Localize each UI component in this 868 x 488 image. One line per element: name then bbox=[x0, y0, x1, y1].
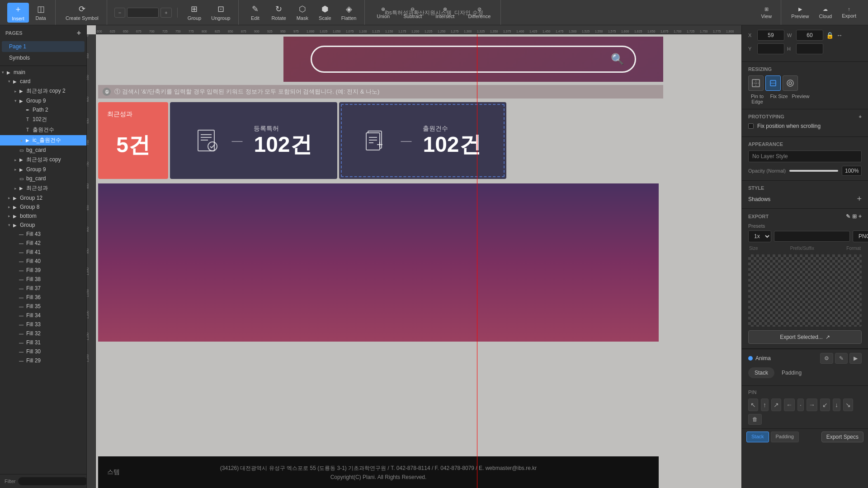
view-button[interactable]: ⊞ View bbox=[755, 3, 777, 23]
flip-icon[interactable]: ↔ bbox=[836, 32, 843, 39]
preview-resize-icon[interactable] bbox=[783, 75, 798, 91]
layer-toggle[interactable]: ▾ bbox=[6, 223, 12, 227]
anima-tab-padding[interactable]: Padding bbox=[775, 367, 808, 378]
layer-style-dropdown[interactable]: No Layer Style bbox=[748, 150, 862, 162]
create-symbol-button[interactable]: ⟳ Create Symbol bbox=[61, 3, 103, 23]
bottom-tab-padding[interactable]: Padding bbox=[771, 432, 799, 442]
export-settings-icon[interactable]: ⊞ bbox=[852, 213, 857, 220]
pin-bottom-left-btn[interactable]: ↙ bbox=[820, 399, 830, 411]
layer-toggle[interactable]: ▸ bbox=[13, 89, 18, 94]
layer-item[interactable]: ▸ ▶ 최근성과 bbox=[0, 183, 86, 193]
export-format-select[interactable]: PNGJPGSVGPDF bbox=[853, 230, 868, 242]
anima-settings-btn[interactable]: ⚙ bbox=[820, 353, 833, 364]
layer-toggle[interactable]: ▾ bbox=[13, 99, 18, 103]
layer-item[interactable]: — Fill 31 bbox=[0, 338, 86, 347]
pin-top-left-btn[interactable]: ↖ bbox=[748, 399, 758, 411]
export-button[interactable]: ↑ Export bbox=[837, 3, 861, 23]
search-bar[interactable]: 🔍 bbox=[311, 46, 636, 73]
pin-right-btn[interactable]: → bbox=[807, 399, 817, 411]
ungroup-button[interactable]: ⊡ Ungroup bbox=[207, 3, 235, 23]
pin-top-right-btn[interactable]: ↗ bbox=[771, 399, 781, 411]
anima-tab-stack[interactable]: Stack bbox=[748, 367, 774, 378]
anima-edit-btn[interactable]: ✎ bbox=[835, 353, 848, 364]
anima-play-btn[interactable]: ▶ bbox=[849, 353, 862, 364]
pin-to-edge-icon[interactable] bbox=[748, 75, 764, 91]
pin-left-btn[interactable]: ← bbox=[784, 399, 795, 411]
layer-item[interactable]: — Fill 43 bbox=[0, 230, 86, 239]
layer-item[interactable]: ▭ bg_card bbox=[0, 145, 86, 155]
layer-toggle[interactable]: ▸ bbox=[6, 196, 12, 200]
export-suffix-input[interactable] bbox=[774, 231, 850, 242]
add-shadow-button[interactable]: + bbox=[857, 194, 862, 204]
w-input[interactable] bbox=[796, 30, 823, 41]
zoom-out-button[interactable]: − bbox=[114, 8, 125, 18]
layer-item[interactable]: ▸ ▶ bottom bbox=[0, 211, 86, 221]
pin-bottom-btn[interactable]: ↓ bbox=[833, 399, 840, 411]
y-input[interactable] bbox=[757, 43, 784, 54]
layer-item[interactable]: — Fill 33 bbox=[0, 320, 86, 329]
add-page-button[interactable]: + bbox=[77, 29, 81, 37]
fix-size-icon[interactable] bbox=[765, 75, 781, 91]
layer-item[interactable]: — Fill 29 bbox=[0, 356, 86, 365]
export-scale-select[interactable]: 1x2x3x bbox=[748, 230, 771, 242]
zoom-input[interactable]: 114% bbox=[127, 8, 159, 18]
cloud-button[interactable]: ☁ Cloud bbox=[814, 3, 836, 23]
preview-button[interactable]: ▶ Preview bbox=[787, 3, 813, 23]
group-button[interactable]: ⊞ Group bbox=[183, 3, 206, 23]
bottom-tab-stack[interactable]: Stack bbox=[746, 432, 769, 442]
layer-item[interactable]: ▸ ▶ Group 9 bbox=[0, 165, 86, 174]
canvas-area[interactable]: 6006256506757007257507758008258508759009… bbox=[87, 25, 741, 488]
layer-item[interactable]: — Fill 37 bbox=[0, 284, 86, 293]
edit-button[interactable]: ✎ Edit bbox=[244, 3, 266, 23]
h-input[interactable] bbox=[796, 43, 823, 54]
pin-center-btn[interactable]: · bbox=[797, 399, 804, 411]
export-add-icon[interactable]: + bbox=[859, 213, 862, 220]
flatten-button[interactable]: ◈ Flatten bbox=[337, 3, 361, 23]
layer-item[interactable]: ▾ ▶ main bbox=[0, 68, 86, 77]
x-input[interactable] bbox=[757, 30, 784, 41]
pin-bottom-right-btn[interactable]: ↘ bbox=[843, 399, 853, 411]
data-button[interactable]: ◫ Data bbox=[30, 3, 52, 23]
layer-item[interactable]: ▸ ▶ ic_출원건수 bbox=[0, 135, 86, 145]
layer-item[interactable]: — Fill 34 bbox=[0, 311, 86, 320]
export-edit-icon[interactable]: ✎ bbox=[846, 213, 850, 220]
layer-item[interactable]: — Fill 41 bbox=[0, 248, 86, 257]
mask-button[interactable]: ⬡ Mask bbox=[292, 3, 313, 23]
layer-item[interactable]: ▾ ▶ card bbox=[0, 77, 86, 86]
page-item-1[interactable]: Page 1 bbox=[2, 41, 85, 52]
layer-item[interactable]: — Fill 42 bbox=[0, 239, 86, 248]
pin-top-btn[interactable]: ↑ bbox=[761, 399, 769, 411]
canvas-content[interactable]: 🔍 ① ① 검색시 '&'/단축키를 입력할 경우 입력된 키워드 정보가 모두… bbox=[96, 34, 741, 488]
rotate-button[interactable]: ↻ Rotate bbox=[267, 3, 290, 23]
scale-button[interactable]: ⬢ Scale bbox=[314, 3, 336, 23]
export-selected-button[interactable]: Export Selected... ↗ bbox=[748, 330, 862, 344]
layer-item[interactable]: ▸ ▶ 최근성과 copy 2 bbox=[0, 86, 86, 96]
prototyping-add-btn[interactable]: + bbox=[859, 114, 862, 119]
layer-toggle[interactable]: ▾ bbox=[6, 79, 12, 84]
layer-toggle[interactable]: ▾ bbox=[0, 70, 5, 75]
pin-trash-btn[interactable]: 🗑 bbox=[748, 414, 762, 425]
layer-toggle[interactable]: ▸ bbox=[13, 186, 18, 191]
layer-toggle[interactable]: ▸ bbox=[13, 167, 18, 172]
layer-item[interactable]: — Fill 35 bbox=[0, 302, 86, 311]
opacity-input[interactable] bbox=[842, 166, 862, 176]
fix-position-checkbox[interactable] bbox=[748, 123, 754, 129]
layer-item[interactable]: — Fill 39 bbox=[0, 266, 86, 275]
layer-item[interactable]: ▸ ▶ Group 8 bbox=[0, 202, 86, 211]
layer-toggle[interactable]: ▸ bbox=[6, 205, 12, 209]
zoom-in-button[interactable]: + bbox=[160, 8, 171, 18]
layer-item[interactable]: — Fill 38 bbox=[0, 275, 86, 284]
layer-toggle[interactable]: ▸ bbox=[6, 214, 12, 218]
layer-item[interactable]: — Fill 30 bbox=[0, 347, 86, 356]
layer-item[interactable]: ▸ ▶ Group 12 bbox=[0, 193, 86, 202]
layer-item[interactable]: ▭ bg_card bbox=[0, 174, 86, 183]
opacity-slider[interactable] bbox=[789, 170, 838, 172]
insert-button[interactable]: ＋ Insert bbox=[7, 3, 29, 23]
layer-item[interactable]: ▾ ▶ Group bbox=[0, 221, 86, 230]
layer-item[interactable]: — Fill 36 bbox=[0, 293, 86, 302]
export-specs-button[interactable]: Export Specs bbox=[821, 432, 863, 442]
page-item-symbols[interactable]: Symbols bbox=[2, 52, 85, 63]
layer-item[interactable]: T 102건 bbox=[0, 114, 86, 125]
layer-toggle[interactable]: ▸ bbox=[13, 158, 18, 162]
layer-toggle[interactable]: ▸ bbox=[19, 138, 24, 143]
